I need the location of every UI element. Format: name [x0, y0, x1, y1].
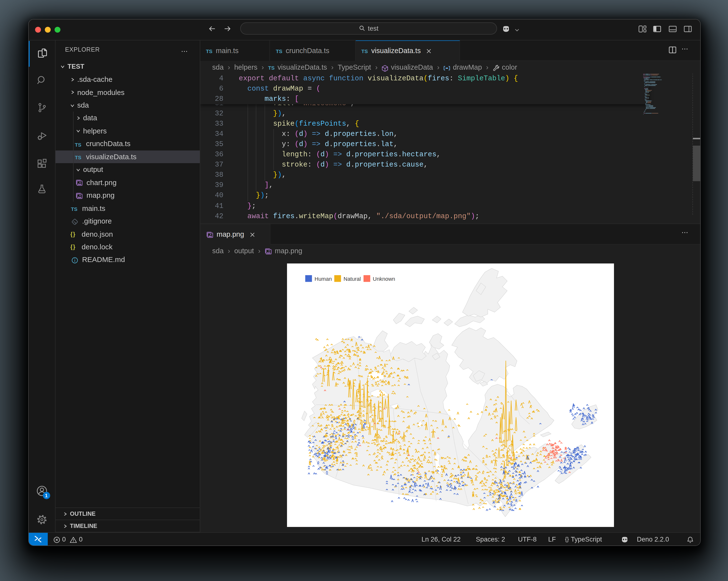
svg-text:Unknown: Unknown — [373, 276, 395, 282]
svg-text:Natural: Natural — [343, 276, 361, 282]
svg-text:Human: Human — [315, 276, 332, 282]
